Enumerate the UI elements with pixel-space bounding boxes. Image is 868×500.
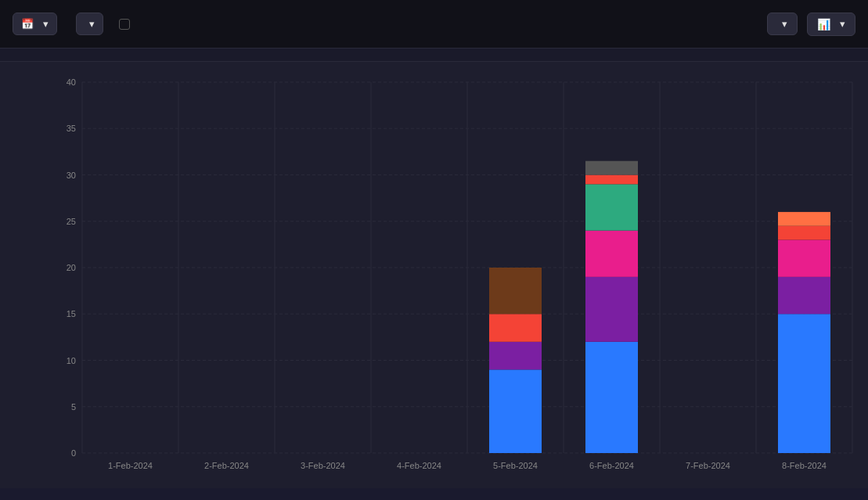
svg-text:0: 0 <box>71 448 76 458</box>
svg-text:20: 20 <box>67 263 76 272</box>
svg-text:15: 15 <box>67 309 76 318</box>
svg-text:4-Feb-2024: 4-Feb-2024 <box>397 461 441 470</box>
svg-rect-32 <box>489 342 542 370</box>
chevron-down-icon: ▾ <box>43 18 49 30</box>
svg-text:3-Feb-2024: 3-Feb-2024 <box>301 461 345 470</box>
top-bar: 📅 ▾ ▾ ▾ 📊 ▾ <box>0 0 868 49</box>
bar-chart-icon: 📊 <box>817 18 830 31</box>
svg-text:5: 5 <box>71 402 76 412</box>
compare-checkbox[interactable] <box>119 19 130 30</box>
svg-rect-34 <box>489 268 542 314</box>
svg-text:35: 35 <box>67 124 76 133</box>
svg-rect-31 <box>489 369 542 453</box>
chart-inner: 05101520253035401-Feb-20242-Feb-20243-Fe… <box>0 74 868 500</box>
chevron-down-icon-3: ▾ <box>782 18 787 30</box>
svg-text:2-Feb-2024: 2-Feb-2024 <box>204 461 249 470</box>
svg-rect-48 <box>778 212 830 226</box>
sub-bar <box>0 49 868 62</box>
svg-text:40: 40 <box>67 77 76 87</box>
svg-text:25: 25 <box>67 217 76 226</box>
svg-text:8-Feb-2024: 8-Feb-2024 <box>782 461 827 470</box>
chart-area: 05101520253035401-Feb-20242-Feb-20243-Fe… <box>0 62 868 488</box>
chevron-down-icon-4: ▾ <box>840 18 845 30</box>
svg-rect-40 <box>585 175 638 185</box>
svg-rect-45 <box>778 277 830 314</box>
bar-chart-button[interactable]: 📊 ▾ <box>807 13 855 36</box>
svg-rect-37 <box>585 277 638 342</box>
svg-text:30: 30 <box>67 171 76 180</box>
calendar-icon: 📅 <box>21 18 34 30</box>
svg-rect-41 <box>585 161 638 175</box>
svg-rect-44 <box>778 314 830 453</box>
svg-rect-47 <box>778 226 830 240</box>
svg-text:10: 10 <box>67 356 76 365</box>
date-range-dropdown[interactable]: 📅 ▾ <box>13 13 57 35</box>
options-button[interactable]: ▾ <box>767 13 798 35</box>
group-by-dropdown[interactable]: ▾ <box>76 13 103 35</box>
chevron-down-icon-2: ▾ <box>89 18 95 30</box>
svg-text:5-Feb-2024: 5-Feb-2024 <box>493 461 538 470</box>
svg-text:1-Feb-2024: 1-Feb-2024 <box>108 461 153 470</box>
svg-rect-46 <box>778 239 830 276</box>
compare-area <box>119 19 136 30</box>
svg-rect-38 <box>585 231 638 277</box>
svg-rect-33 <box>489 314 542 342</box>
svg-text:7-Feb-2024: 7-Feb-2024 <box>686 461 730 470</box>
svg-rect-39 <box>585 184 638 230</box>
svg-rect-36 <box>585 342 638 453</box>
svg-text:6-Feb-2024: 6-Feb-2024 <box>589 461 634 470</box>
